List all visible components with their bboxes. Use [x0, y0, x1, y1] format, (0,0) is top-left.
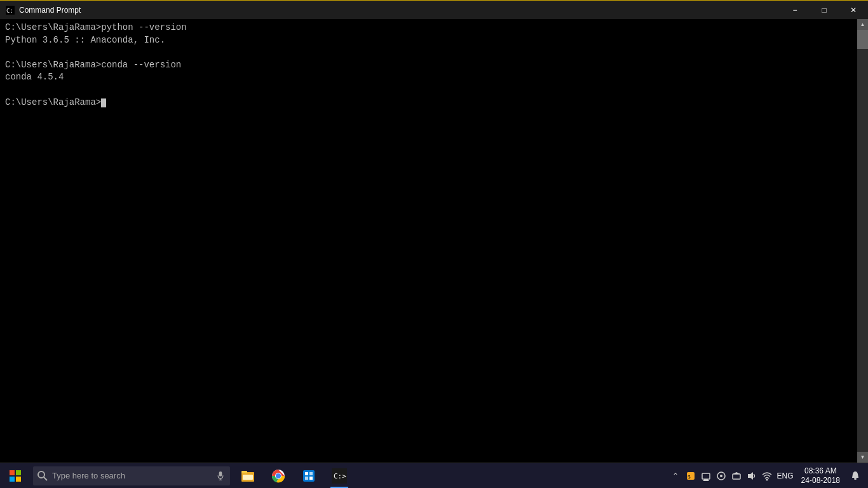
tray-icon-3[interactable] [729, 463, 744, 489]
svg-point-29 [720, 475, 722, 477]
svg-rect-19 [305, 477, 308, 480]
svg-point-15 [276, 473, 281, 478]
app3-icon [301, 468, 316, 484]
tray-icon-1[interactable]: $ [683, 463, 698, 489]
taskbar-app-3[interactable] [294, 463, 324, 489]
language-label[interactable]: ENG [775, 471, 796, 480]
svg-line-7 [44, 477, 47, 480]
search-area[interactable]: Type here to search [33, 466, 230, 485]
chrome-icon [271, 468, 286, 484]
clock-time: 08:36 AM [804, 466, 837, 475]
svg-rect-16 [303, 470, 315, 482]
tray-clock[interactable]: 08:36 AM 24-08-2018 [796, 463, 845, 489]
svg-marker-32 [748, 472, 753, 480]
taskbar-apps: C:> [233, 463, 355, 489]
taskbar-app-file-explorer[interactable] [233, 463, 263, 489]
svg-rect-26 [704, 479, 708, 480]
tray-icon-volume[interactable] [744, 463, 759, 489]
scroll-down-btn[interactable]: ▼ [857, 452, 868, 463]
cmd-icon: C: [5, 5, 15, 15]
svg-rect-27 [703, 480, 709, 481]
file-explorer-icon [240, 468, 255, 484]
svg-rect-8 [219, 471, 222, 477]
close-button[interactable]: ✕ [839, 1, 868, 20]
cmd-taskbar-icon: C:> [332, 468, 347, 484]
tray-icon-network[interactable] [698, 463, 714, 489]
taskbar: Type here to search [0, 463, 868, 488]
scroll-up-btn[interactable]: ▲ [857, 19, 868, 30]
maximize-button[interactable]: □ [810, 1, 839, 20]
minimize-button[interactable]: − [780, 1, 810, 20]
svg-rect-4 [10, 477, 15, 482]
svg-point-6 [38, 471, 44, 478]
svg-rect-30 [733, 474, 740, 479]
title-bar-controls: − □ ✕ [780, 1, 868, 20]
search-circle-icon [33, 466, 52, 485]
terminal-cursor [101, 98, 106, 107]
svg-marker-31 [733, 472, 740, 474]
svg-rect-2 [10, 470, 15, 475]
svg-rect-34 [854, 478, 857, 480]
svg-rect-20 [309, 477, 313, 480]
svg-rect-12 [241, 471, 247, 473]
search-placeholder: Type here to search [52, 471, 211, 480]
title-bar: C: Command Prompt − □ ✕ [0, 0, 868, 19]
svg-rect-13 [243, 475, 253, 480]
start-button[interactable] [0, 463, 31, 489]
taskbar-app-chrome[interactable] [263, 463, 294, 489]
notification-button[interactable] [845, 463, 865, 489]
terminal-body[interactable]: C:\Users\RajaRama>python --version Pytho… [0, 19, 868, 463]
tray-icon-2[interactable] [714, 463, 729, 489]
clock-date: 24-08-2018 [801, 476, 840, 485]
tray-icon-wifi[interactable] [759, 463, 775, 489]
svg-rect-3 [16, 470, 21, 475]
terminal-output: C:\Users\RajaRama>python --version Pytho… [5, 22, 863, 109]
svg-rect-18 [309, 472, 313, 475]
svg-rect-25 [702, 473, 710, 479]
scrollbar[interactable]: ▲ ▼ [857, 19, 868, 463]
svg-text:$: $ [688, 474, 691, 480]
scroll-thumb[interactable] [857, 30, 868, 49]
svg-point-33 [766, 478, 768, 480]
svg-rect-5 [16, 477, 21, 482]
svg-text:C:: C: [6, 8, 13, 14]
microphone-icon[interactable] [211, 466, 230, 485]
title-bar-title: Command Prompt [19, 6, 81, 15]
taskbar-app-cmd[interactable]: C:> [324, 463, 355, 489]
svg-text:C:>: C:> [334, 472, 346, 480]
svg-rect-17 [305, 472, 308, 475]
tray-overflow-btn[interactable]: ⌃ [668, 463, 683, 489]
title-bar-left: C: Command Prompt [5, 5, 81, 15]
tray-area: ⌃ $ [665, 463, 868, 489]
